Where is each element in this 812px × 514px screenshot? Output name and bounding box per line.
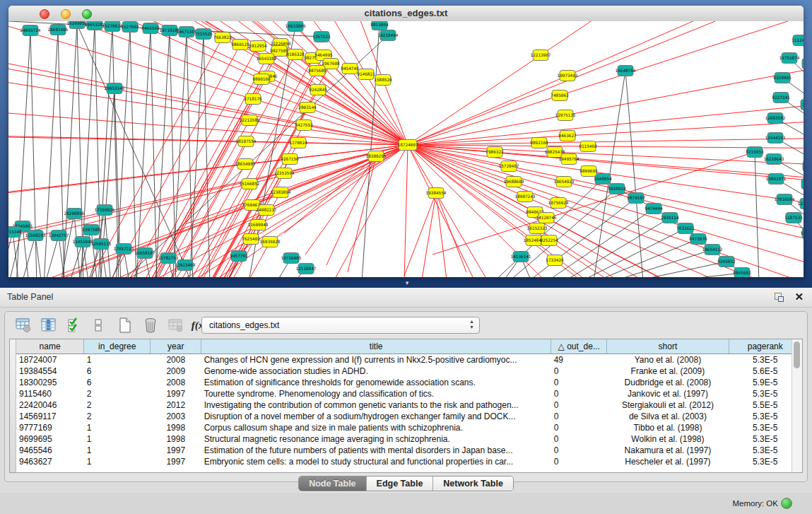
graph-node[interactable]: 9899695 bbox=[579, 166, 598, 177]
graph-node[interactable]: 10933 bbox=[801, 100, 804, 110]
table-row[interactable]: 911546021997Tourette syndrome. Phenomeno… bbox=[16, 388, 802, 399]
table-cell[interactable]: Structural magnetic resonance image aver… bbox=[201, 433, 551, 445]
table-cell[interactable]: Disruption of a novel member of a sodium… bbox=[201, 411, 551, 422]
graph-node[interactable]: 15751074 bbox=[779, 53, 800, 64]
graph-node[interactable]: 8813054 bbox=[370, 21, 389, 30]
combo-stepper-icon[interactable]: ▲▼ bbox=[469, 319, 474, 330]
graph-node[interactable]: 17359926 bbox=[95, 205, 115, 216]
splitter-handle[interactable]: ▾ bbox=[403, 280, 411, 286]
table-cell[interactable]: 0 bbox=[551, 422, 607, 433]
graph-node[interactable]: 9227341 bbox=[772, 93, 790, 103]
column-header-year[interactable]: year bbox=[151, 339, 201, 354]
table-cell[interactable]: 0 bbox=[551, 411, 607, 422]
graph-node[interactable]: 15720407 bbox=[499, 161, 519, 172]
table-cell[interactable]: Estimation of the future numbers of pati… bbox=[201, 445, 551, 456]
table-cell[interactable]: 1 bbox=[84, 445, 151, 456]
citation-network-graph[interactable]: 1872400724055724206914061626905610653287… bbox=[8, 21, 804, 277]
table-cell[interactable]: de Silva et al. (2003) bbox=[607, 411, 729, 422]
table-cell[interactable]: 1 bbox=[84, 422, 151, 433]
graph-node[interactable]: 2803144 bbox=[298, 103, 317, 113]
graph-node[interactable]: 14982237 bbox=[257, 205, 277, 216]
graph-node[interactable]: 9845602 bbox=[733, 268, 751, 278]
table-cell[interactable]: 14569117 bbox=[16, 411, 84, 422]
new-column-icon[interactable] bbox=[115, 316, 135, 336]
tab-edge-table[interactable]: Edge Table bbox=[367, 477, 434, 491]
graph-node[interactable]: 18300295 bbox=[366, 151, 387, 162]
table-cell[interactable]: 0 bbox=[551, 399, 607, 411]
graph-node[interactable]: 16648784 bbox=[616, 66, 636, 76]
graph-node[interactable]: 9938924 bbox=[608, 184, 626, 194]
table-cell[interactable]: 5.3E-5 bbox=[729, 388, 801, 399]
table-cell[interactable]: 5.3E-5 bbox=[729, 422, 801, 433]
table-cell[interactable]: Embryonic stem cells: a model to study s… bbox=[201, 456, 551, 467]
show-columns-icon[interactable] bbox=[39, 316, 59, 336]
table-cell[interactable]: Franke et al. (2009) bbox=[607, 366, 729, 377]
graph-node[interactable]: 12505115 bbox=[91, 239, 112, 250]
close-panel-icon[interactable]: ✕ bbox=[794, 291, 804, 303]
column-header-pagerank[interactable]: pagerank bbox=[729, 339, 801, 354]
graph-node[interactable]: 7485063 bbox=[551, 90, 569, 101]
graph-node[interactable]: 15716485 bbox=[281, 253, 302, 264]
table-height-icon[interactable] bbox=[88, 316, 108, 336]
table-cell[interactable]: 6 bbox=[84, 377, 151, 388]
graph-node[interactable]: 7986322 bbox=[486, 147, 504, 158]
table-cell[interactable]: 2 bbox=[84, 399, 151, 411]
graph-node[interactable]: 9892160 bbox=[530, 138, 548, 148]
graph-node[interactable]: 9397588 bbox=[82, 225, 100, 235]
table-cell[interactable]: Hescheler et al. (1997) bbox=[607, 456, 729, 467]
graph-node[interactable]: 8215953 bbox=[746, 147, 764, 158]
table-row[interactable]: 1938455462009Genome-wide association stu… bbox=[16, 366, 802, 377]
graph-node[interactable]: 8427552 bbox=[295, 120, 313, 131]
table-cell[interactable]: 2012 bbox=[151, 399, 201, 411]
graph-node[interactable]: 12444193 bbox=[765, 133, 786, 144]
table-cell[interactable]: 5.3E-5 bbox=[729, 445, 801, 456]
graph-node[interactable]: 12103554 bbox=[798, 199, 804, 209]
graph-node[interactable]: 8186328 bbox=[286, 49, 305, 60]
tab-network-table[interactable]: Network Table bbox=[433, 477, 513, 491]
graph-node[interactable]: 19218494 bbox=[378, 30, 399, 41]
graph-node[interactable]: 8454749 bbox=[341, 64, 359, 74]
graph-node[interactable]: 19654923 bbox=[554, 177, 575, 187]
graph-node[interactable]: 18107554 bbox=[236, 136, 257, 147]
table-row[interactable]: 1872400712008Changes of HCN gene express… bbox=[16, 354, 802, 366]
graph-node[interactable]: 16152323 bbox=[527, 223, 548, 234]
table-cell[interactable]: 2009 bbox=[151, 366, 201, 377]
table-cell[interactable]: 9115460 bbox=[16, 388, 84, 399]
vertical-scrollbar[interactable] bbox=[792, 339, 802, 472]
graph-node[interactable]: 12093582 bbox=[765, 113, 786, 124]
column-header-out_de[interactable]: △ out_de... bbox=[551, 339, 607, 354]
table-cell[interactable]: 5.3E-5 bbox=[729, 456, 801, 467]
graph-node[interactable]: 3915348 bbox=[8, 227, 22, 238]
table-cell[interactable]: 0 bbox=[551, 366, 607, 377]
graph-node[interactable]: 1170024 bbox=[289, 138, 307, 148]
hub-node[interactable]: 18724007 bbox=[398, 140, 418, 151]
graph-node[interactable]: 9463627 bbox=[558, 131, 577, 141]
graph-node[interactable]: 12353594 bbox=[274, 168, 295, 179]
graph-node[interactable]: 9474444 bbox=[645, 204, 663, 214]
graph-node[interactable]: 1187533 bbox=[784, 213, 803, 223]
graph-node[interactable]: 7625402 bbox=[242, 234, 260, 245]
table-cell[interactable]: Genome-wide association studies in ADHD. bbox=[201, 366, 551, 377]
graph-node[interactable]: 16543382 bbox=[257, 54, 277, 64]
graph-node[interactable]: 6775082 bbox=[801, 228, 804, 239]
graph-node[interactable]: 12116847 bbox=[296, 264, 317, 274]
graph-node[interactable]: 9890166 bbox=[252, 74, 271, 85]
graph-node[interactable]: 12975135 bbox=[555, 110, 576, 121]
graph-node[interactable]: 11451948 bbox=[73, 237, 93, 247]
table-cell[interactable]: Investigating the contribution of common… bbox=[201, 399, 551, 411]
table-cell[interactable]: Jankovic et al. (1997) bbox=[607, 388, 729, 399]
table-cell[interactable]: 18724007 bbox=[16, 354, 84, 366]
table-row[interactable]: 1830029562008Estimation of significance … bbox=[16, 377, 802, 388]
graph-node[interactable]: 16033809 bbox=[286, 21, 306, 32]
graph-node[interactable]: 10654112 bbox=[702, 245, 723, 255]
graph-node[interactable]: 16094 bbox=[801, 179, 804, 189]
table-cell[interactable]: Tibbo et al. (1998) bbox=[607, 422, 729, 433]
graph-node[interactable]: 10756928 bbox=[548, 198, 569, 209]
column-header-in_degree[interactable]: in_degree bbox=[84, 339, 151, 354]
graph-node[interactable]: 19384554 bbox=[426, 188, 447, 199]
table-cell[interactable]: 5.3E-5 bbox=[729, 433, 801, 445]
row-selection-icon[interactable] bbox=[64, 316, 84, 336]
table-cell[interactable]: Yano et al. (2008) bbox=[607, 354, 729, 366]
graph-node[interactable]: 7632621 bbox=[676, 223, 695, 234]
graph-node[interactable]: 16935028 bbox=[260, 237, 281, 247]
